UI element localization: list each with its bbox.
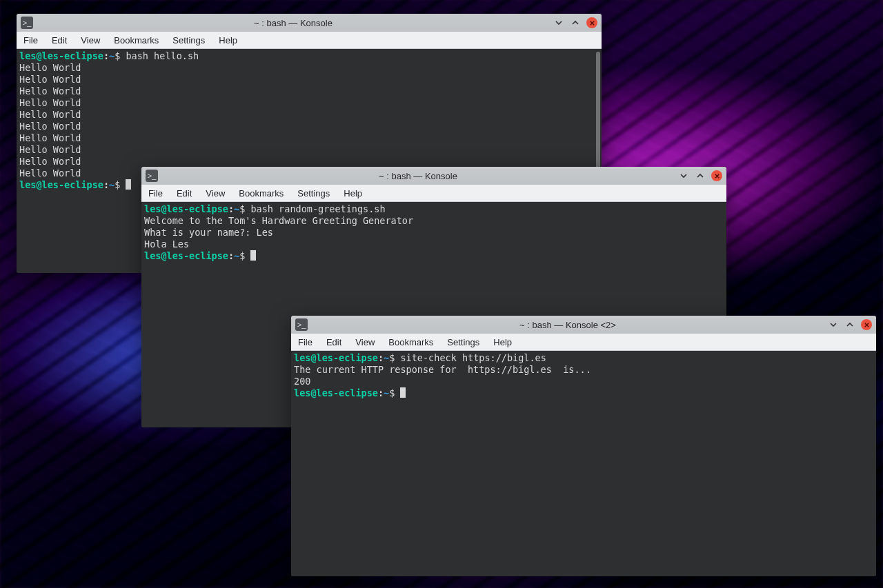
window-title: ~ : bash — Konsole <2> [312,320,824,330]
cursor-icon [126,179,131,190]
menu-help[interactable]: Help [337,185,369,201]
cursor-icon [250,250,256,261]
minimize-button[interactable] [828,319,839,330]
terminal-area[interactable]: les@les-eclipse:~$ site-check https://bi… [291,351,876,576]
window-title: ~ : bash — Konsole [37,18,549,28]
menu-edit[interactable]: Edit [170,185,199,201]
minimize-button[interactable] [678,170,689,181]
close-button[interactable] [861,319,872,330]
menu-file[interactable]: File [17,32,45,48]
menu-file[interactable]: File [291,334,319,350]
menu-view[interactable]: View [348,334,381,350]
window-title: ~ : bash — Konsole [162,171,674,181]
menu-view[interactable]: View [74,32,107,48]
close-button[interactable] [711,170,722,181]
output-text: The current HTTP response for https://bi… [294,364,591,387]
maximize-button[interactable] [570,17,581,28]
command-text: bash hello.sh [126,50,199,61]
titlebar[interactable]: >_ ~ : bash — Konsole <2> [291,316,876,334]
menu-settings[interactable]: Settings [166,32,212,48]
close-button[interactable] [586,17,597,28]
menu-view[interactable]: View [199,185,232,201]
menu-help[interactable]: Help [212,32,244,48]
output-text: Welcome to the Tom's Hardware Greeting G… [144,215,413,250]
terminal-output: les@les-eclipse:~$ site-check https://bi… [294,352,873,399]
window-controls [678,170,722,181]
command-text: site-check https://bigl.es [400,352,546,363]
minimize-button[interactable] [553,17,564,28]
menu-edit[interactable]: Edit [45,32,74,48]
menubar: File Edit View Bookmarks Settings Help [291,334,876,351]
terminal-output: les@les-eclipse:~$ bash random-greetings… [144,203,724,262]
menu-settings[interactable]: Settings [440,334,486,350]
output-text: Hello World Hello World Hello World Hell… [19,62,81,179]
titlebar[interactable]: >_ ~ : bash — Konsole [17,14,602,32]
titlebar[interactable]: >_ ~ : bash — Konsole [141,167,726,185]
menu-bookmarks[interactable]: Bookmarks [232,185,290,201]
menubar: File Edit View Bookmarks Settings Help [141,185,726,202]
maximize-button[interactable] [844,319,855,330]
window-controls [828,319,872,330]
terminal-window-3: >_ ~ : bash — Konsole <2> File Edit View… [291,316,876,576]
window-controls [553,17,597,28]
app-icon: >_ [295,318,308,331]
menubar: File Edit View Bookmarks Settings Help [17,32,602,49]
app-icon: >_ [21,17,33,29]
menu-help[interactable]: Help [486,334,519,350]
cursor-icon [400,387,406,398]
menu-bookmarks[interactable]: Bookmarks [107,32,166,48]
menu-bookmarks[interactable]: Bookmarks [381,334,440,350]
menu-file[interactable]: File [141,185,170,201]
maximize-button[interactable] [695,170,706,181]
menu-settings[interactable]: Settings [290,185,337,201]
app-icon: >_ [146,170,158,182]
command-text: bash random-greetings.sh [250,203,385,214]
menu-edit[interactable]: Edit [319,334,348,350]
